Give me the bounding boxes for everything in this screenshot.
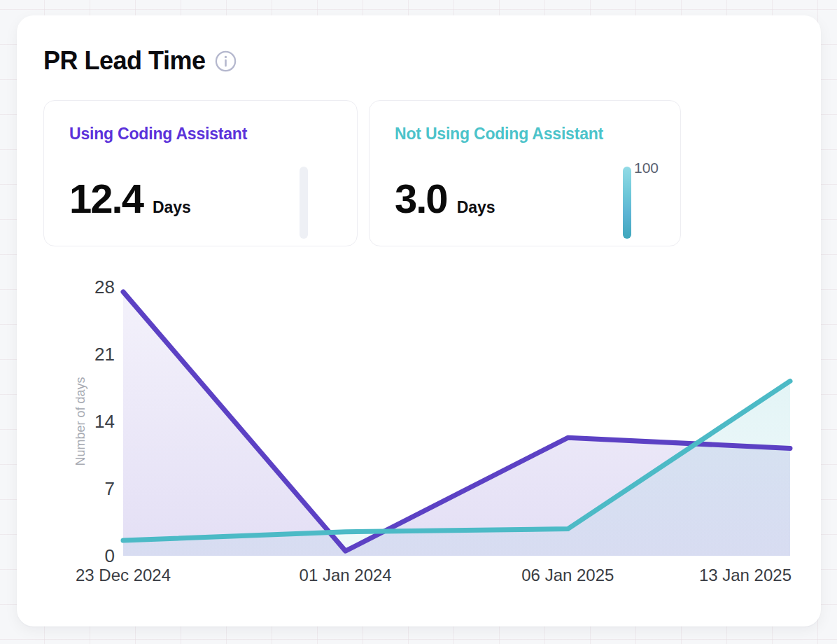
stat-label-using-assistant: Using Coding Assistant [69,125,332,144]
y-tick-label: 7 [105,478,115,499]
stats-row: Using Coding Assistant 12.4 Days Not Usi… [43,100,681,246]
stat-card-using-assistant: Using Coding Assistant 12.4 Days [43,100,358,246]
x-axis-label: 13 Jan 2025 [699,566,792,584]
info-icon[interactable] [215,50,237,72]
gauge-value-label: 100 [634,160,665,176]
y-tick-label: 28 [94,276,115,298]
chart-line-series-1 [123,381,790,540]
pr-lead-time-card: PR Lead Time Using Coding Assistant 12.4… [17,15,821,626]
card-header: PR Lead Time [43,46,237,76]
stat-value-using-assistant: 12.4 [69,178,143,219]
gauge-track-empty [300,167,308,239]
y-tick-label: 21 [94,344,115,365]
y-axis-title: Number of days [73,377,87,465]
stat-value-not-using-assistant: 3.0 [395,178,447,219]
stat-unit-days: Days [457,198,495,217]
x-axis-label: 01 Jan 2024 [300,566,392,584]
gauge-bar-filled [623,167,631,239]
x-axis-label: 06 Jan 2025 [521,566,614,584]
lead-time-chart[interactable]: 07142128Number of days23 Dec 202401 Jan … [17,266,821,626]
y-tick-label: 0 [105,545,115,566]
dashboard-background: { "header": { "title": "PR Lead Time" },… [0,0,837,644]
stat-unit-days: Days [153,198,191,217]
page-title: PR Lead Time [43,46,205,76]
stat-label-not-using-assistant: Not Using Coding Assistant [395,125,655,144]
chart-area-series-0 [123,292,790,556]
stat-card-not-using-assistant: Not Using Coding Assistant 3.0 Days 100 [369,100,681,246]
chart-area-series-1 [123,381,790,556]
y-tick-label: 14 [94,411,115,432]
x-axis-label: 23 Dec 2024 [76,566,171,584]
chart-line-series-0 [123,292,790,551]
